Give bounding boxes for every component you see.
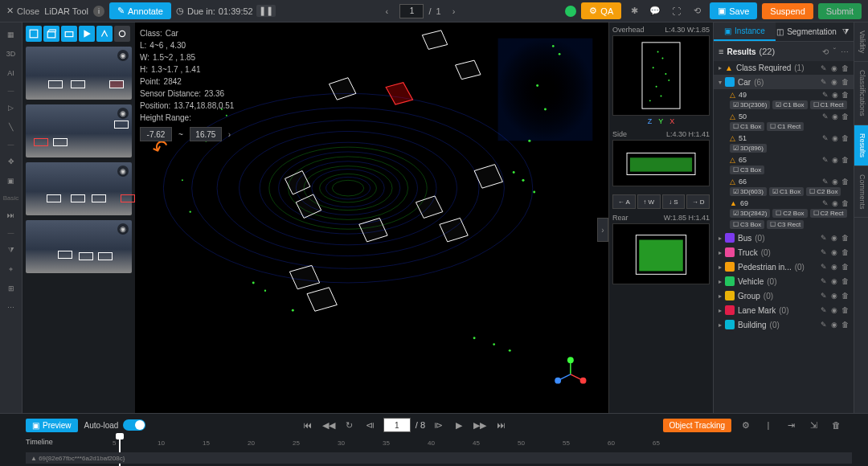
close-button[interactable]: ✕ Close (6, 6, 39, 16)
annotate-button[interactable]: ✎ Annotate (109, 2, 171, 19)
category-pedestrian-in-[interactable]: ▸Pedestrian in... (0)✎◉🗑 (714, 260, 854, 274)
result-item[interactable]: △51✎◉🗑3D(896) (714, 133, 854, 154)
visibility-icon[interactable]: ◉ (117, 223, 129, 235)
side-view[interactable] (612, 140, 710, 186)
filter-icon[interactable]: ⧩ (837, 22, 854, 41)
lidar-canvas[interactable]: Class:Car L:4~6 , 4.30 W:1.5~2 , 1.85 H:… (135, 22, 608, 413)
trash-icon[interactable]: 🗑 (841, 134, 849, 142)
tool-cube-icon[interactable] (43, 26, 59, 42)
rail-snap-icon[interactable]: ▣ (3, 174, 19, 188)
result-tag[interactable]: C3 Box (730, 220, 764, 229)
play-icon[interactable]: ▶ (451, 417, 467, 433)
refresh-icon[interactable]: ⟲ (689, 3, 705, 19)
edit-icon[interactable]: ✎ (822, 156, 829, 164)
edit-icon[interactable]: ✎ (821, 248, 827, 256)
category-class-required[interactable]: ▸▲Class Required (1)✎◉🗑 (714, 61, 854, 75)
more-icon[interactable]: ⋯ (841, 47, 849, 56)
page-current-input[interactable] (399, 4, 424, 18)
skip-start-icon[interactable]: ⏮ (300, 417, 316, 433)
eye-icon[interactable]: ◉ (831, 248, 837, 256)
edit-icon[interactable]: ✎ (821, 292, 827, 300)
rail-play-icon[interactable]: ▷ (3, 100, 19, 115)
height-min-input[interactable] (140, 127, 172, 141)
overhead-view[interactable] (612, 35, 710, 116)
refresh-icon[interactable]: ⟲ (822, 47, 829, 56)
step-fwd-icon[interactable]: ⧐ (430, 417, 446, 433)
rail-pan-icon[interactable]: ⌖ (3, 262, 19, 276)
camera-thumb-2[interactable]: ◉ (26, 104, 132, 157)
eye-icon[interactable]: ◉ (831, 234, 837, 242)
timeline-ruler[interactable]: 5101520253035404550556065 (113, 436, 852, 451)
rewind-icon[interactable]: ◀◀ (321, 417, 337, 433)
edit-icon[interactable]: ✎ (822, 199, 829, 207)
trash-icon[interactable]: 🗑 (841, 199, 849, 207)
result-item[interactable]: △66✎◉🗑3D(603)C1 BoxC2 Box (714, 176, 854, 198)
result-tag[interactable]: C1 Box (769, 187, 804, 196)
eye-icon[interactable]: ◉ (831, 78, 837, 86)
category-truck[interactable]: ▸Truck (0)✎◉🗑 (714, 245, 854, 260)
edit-icon[interactable]: ✎ (821, 78, 827, 86)
next-icon[interactable]: › (446, 3, 462, 19)
rear-view[interactable] (612, 223, 710, 284)
compress-icon[interactable]: ⇲ (805, 417, 821, 433)
edit-icon[interactable]: ✎ (822, 112, 829, 121)
trash-icon[interactable]: 🗑 (841, 321, 849, 329)
edit-icon[interactable]: ✎ (822, 134, 829, 142)
category-bus[interactable]: ▸Bus (0)✎◉🗑 (714, 231, 854, 245)
tool-play-icon[interactable] (79, 26, 95, 42)
edit-icon[interactable]: ✎ (821, 234, 827, 242)
rail-more-icon[interactable]: ⋯ (3, 300, 19, 315)
submit-button[interactable]: Submit (818, 3, 862, 19)
visibility-icon[interactable]: ◉ (117, 50, 129, 61)
result-tag[interactable]: 3D(2306) (730, 100, 770, 109)
tool-route-icon[interactable] (96, 26, 113, 42)
result-tag[interactable]: 3D(2842) (730, 209, 770, 218)
align-icon[interactable]: ⇥ (783, 417, 799, 433)
eye-icon[interactable]: ◉ (831, 292, 837, 300)
rail-ai-label[interactable]: AI (3, 66, 19, 80)
result-tag[interactable]: C3 Box (730, 166, 764, 174)
nav-d-button[interactable]: → D (686, 194, 710, 209)
bug-icon[interactable]: ✱ (626, 3, 642, 19)
visibility-icon[interactable]: ◉ (117, 108, 129, 119)
rail-line-icon[interactable]: ╲ (3, 120, 19, 134)
chevron-right-icon[interactable]: › (228, 129, 231, 141)
trash-icon[interactable]: 🗑 (841, 234, 849, 242)
vtab-classifications[interactable]: Classifications (854, 62, 868, 125)
result-tag[interactable]: C1 Box (730, 122, 764, 131)
tab-segmentation[interactable]: ◫Segmentation (776, 22, 837, 41)
category-vehicle[interactable]: ▸Vehicle (0)✎◉🗑 (714, 274, 854, 288)
category-lane-mark[interactable]: ▸Lane Mark (0)✎◉🗑 (714, 303, 854, 317)
settings-icon[interactable]: ⚙ (738, 417, 754, 433)
result-tag[interactable]: C2 Rect (810, 209, 847, 218)
prev-icon[interactable]: ‹ (379, 3, 395, 19)
eye-icon[interactable]: ◉ (832, 156, 838, 164)
edit-icon[interactable]: ✎ (822, 178, 829, 186)
category-building[interactable]: ▸Building (0)✎◉🗑 (714, 317, 854, 332)
eye-icon[interactable]: ◉ (832, 112, 838, 121)
height-max-input[interactable] (190, 127, 222, 141)
collapse-icon[interactable]: ˇ (833, 47, 836, 56)
category-car[interactable]: ▾Car (6)✎◉🗑 (714, 75, 854, 89)
chat-icon[interactable]: 💬 (647, 3, 663, 19)
trash-icon[interactable]: 🗑 (841, 248, 849, 256)
collapse-side-views-icon[interactable]: › (597, 218, 608, 242)
eye-icon[interactable]: ◉ (831, 277, 837, 285)
result-tag[interactable]: C1 Rect (810, 100, 847, 109)
result-tag[interactable]: C1 Rect (767, 122, 804, 131)
loop-icon[interactable]: ↻ (342, 417, 358, 433)
pause-icon[interactable]: ❚❚ (256, 5, 276, 17)
eye-icon[interactable]: ◉ (832, 178, 838, 186)
trash-icon[interactable]: 🗑 (841, 292, 849, 300)
edit-icon[interactable]: ✎ (821, 64, 827, 72)
trash-icon[interactable]: 🗑 (841, 112, 849, 121)
result-tag[interactable]: 3D(896) (730, 144, 767, 153)
qa-button[interactable]: ⚙ QA (581, 2, 621, 19)
result-tag[interactable]: C2 Box (772, 209, 807, 218)
result-tag[interactable]: 3D(603) (730, 187, 767, 196)
fast-fwd-icon[interactable]: ▶▶ (472, 417, 488, 433)
frame-input[interactable] (383, 418, 411, 432)
result-tag[interactable]: C2 Box (806, 187, 841, 196)
rail-cube-icon[interactable]: ▦ (3, 27, 19, 42)
edit-icon[interactable]: ✎ (821, 306, 827, 314)
